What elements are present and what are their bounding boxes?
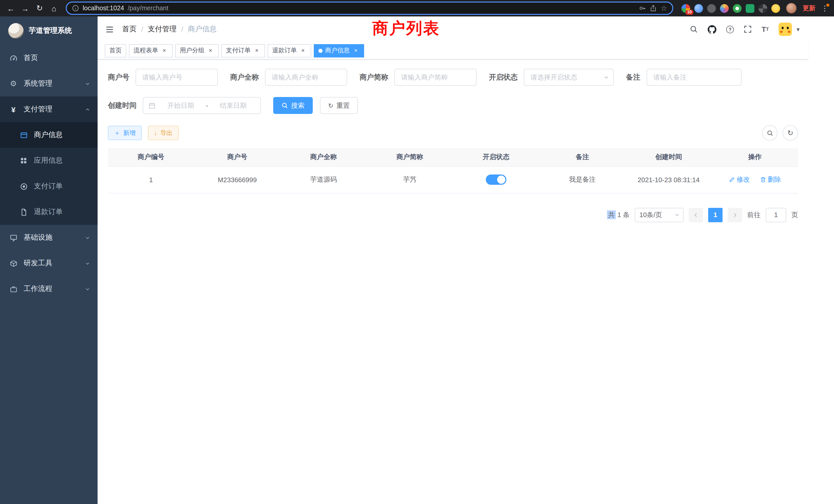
extension-icon[interactable] — [694, 4, 703, 13]
pencil-icon — [729, 177, 735, 183]
tab-close-icon[interactable]: × — [161, 47, 168, 54]
column-header: 备注 — [539, 148, 626, 166]
extension-icon[interactable] — [733, 4, 742, 13]
full-name-input[interactable] — [265, 69, 347, 86]
tab-close-icon[interactable]: × — [300, 47, 307, 54]
date-range-picker[interactable]: 开始日期 - 结束日期 — [143, 97, 261, 114]
fullscreen-icon[interactable] — [744, 25, 752, 33]
main-area: 首页 / 支付管理 / 商户信息 商户列表 ? — [97, 17, 834, 504]
tab-label: 用户分组 — [180, 46, 204, 55]
tab-refund-order[interactable]: 退款订单 × — [267, 44, 311, 57]
short-name-input[interactable] — [394, 69, 477, 86]
extension-icon[interactable] — [746, 4, 754, 13]
prev-page-button[interactable] — [689, 208, 703, 222]
breadcrumb-item[interactable]: 首页 — [122, 25, 137, 34]
reset-button[interactable]: ↻ 重置 — [320, 97, 358, 114]
info-icon[interactable] — [72, 5, 79, 12]
home-icon[interactable]: ⌂ — [47, 2, 61, 15]
refresh-table-button[interactable]: ↻ — [783, 125, 798, 141]
sidebar-item-app-info[interactable]: 应用信息 — [0, 148, 97, 174]
reload-icon[interactable]: ↻ — [33, 2, 46, 15]
hamburger-icon[interactable] — [105, 25, 114, 33]
sidebar-item-infrastructure[interactable]: 基础设施 — [0, 225, 97, 250]
edit-link[interactable]: 修改 — [729, 175, 750, 184]
extension-icon[interactable] — [771, 4, 780, 13]
sidebar-item-label: 商户信息 — [34, 130, 63, 140]
pagination-total: 共1 条 — [607, 210, 630, 220]
add-button[interactable]: ＋ 新增 — [108, 126, 142, 140]
tab-label: 支付订单 — [226, 46, 250, 55]
reset-button-label: 重置 — [336, 101, 350, 110]
export-button[interactable]: ↓ 导出 — [148, 126, 179, 140]
browser-update-button[interactable]: 更新 — [799, 4, 818, 13]
sidebar-item-system[interactable]: ⚙ 系统管理 — [0, 71, 97, 96]
search-icon — [281, 102, 288, 109]
filter-label: 开启状态 — [489, 73, 518, 82]
forward-icon[interactable]: → — [19, 2, 32, 15]
sidebar-item-payment-order[interactable]: 支付订单 — [0, 174, 97, 199]
next-page-button[interactable] — [728, 208, 742, 222]
password-key-icon[interactable] — [639, 5, 646, 12]
navbar-actions: ? TT ▼ — [690, 23, 800, 36]
card-icon — [19, 131, 29, 139]
chevron-down-icon — [603, 74, 609, 80]
tab-home[interactable]: 首页 — [105, 44, 126, 57]
chevron-right-icon — [732, 212, 738, 218]
address-bar[interactable]: localhost:1024/pay/merchant ☆ — [66, 2, 673, 15]
browser-toolbar: ← → ↻ ⌂ localhost:1024/pay/merchant ☆ 10… — [0, 0, 834, 17]
navbar: 首页 / 支付管理 / 商户信息 商户列表 ? — [97, 17, 808, 42]
tab-close-icon[interactable]: × — [352, 47, 359, 54]
back-icon[interactable]: ← — [4, 2, 18, 15]
remark-input[interactable] — [646, 69, 742, 86]
tab-merchant-info[interactable]: 商户信息 × — [314, 44, 364, 57]
edit-label: 修改 — [737, 175, 750, 184]
tab-user-group[interactable]: 用户分组 × — [175, 44, 219, 57]
toggle-search-button[interactable] — [762, 125, 777, 141]
sidebar-item-refund-order[interactable]: 退款订单 — [0, 199, 97, 225]
help-icon[interactable]: ? — [726, 25, 734, 33]
refresh-icon: ↻ — [328, 102, 333, 109]
tab-close-icon[interactable]: × — [253, 47, 260, 54]
sidebar-item-payment[interactable]: ¥ 支付管理 — [0, 96, 97, 122]
breadcrumb-item[interactable]: 支付管理 — [148, 25, 177, 34]
github-icon[interactable] — [708, 25, 717, 33]
page-number-button[interactable]: 1 — [708, 208, 723, 222]
tab-payment-order[interactable]: 支付订单 × — [221, 44, 265, 57]
sidebar-item-merchant-info[interactable]: 商户信息 — [0, 122, 97, 148]
content: 商户号 商户全称 商户简称 开启状态 请选择开启状态 — [97, 60, 808, 504]
search-icon[interactable] — [690, 25, 698, 33]
sidebar-item-dev-tools[interactable]: 研发工具 — [0, 250, 97, 276]
dashboard-icon — [8, 54, 19, 62]
share-icon[interactable] — [650, 5, 657, 12]
sidebar-item-workflow[interactable]: 工作流程 — [0, 276, 97, 302]
delete-link[interactable]: 删除 — [760, 175, 781, 184]
status-select[interactable]: 请选择开启状态 — [524, 69, 614, 86]
chevron-down-icon — [85, 81, 90, 87]
extension-icon[interactable]: 10 — [681, 4, 690, 13]
page-size-select[interactable]: 10条/页 — [635, 208, 683, 222]
column-header: 商户编号 — [108, 148, 194, 166]
merchant-table: 商户编号 商户号 商户全称 商户简称 开启状态 备注 创建时间 操作 1 — [108, 148, 798, 193]
user-menu[interactable]: ▼ — [778, 23, 800, 36]
active-dot — [319, 48, 323, 53]
sidebar-item-label: 首页 — [24, 53, 38, 63]
extension-icon[interactable] — [720, 4, 729, 13]
sidebar-logo: 芋道管理系统 — [0, 17, 97, 45]
sidebar-item-home[interactable]: 首页 — [0, 45, 97, 71]
tab-close-icon[interactable]: × — [207, 47, 214, 54]
search-icon — [766, 130, 773, 136]
browser-menu-icon[interactable]: ⋮ — [820, 4, 830, 12]
tab-process-form[interactable]: 流程表单 × — [129, 44, 173, 57]
status-toggle[interactable] — [486, 175, 506, 185]
trash-icon — [760, 177, 766, 183]
font-size-icon[interactable]: TT — [762, 25, 769, 33]
search-button[interactable]: 搜索 — [273, 97, 313, 114]
cell-create-time: 2021-10-23 08:31:14 — [626, 166, 712, 193]
extension-icon[interactable] — [759, 4, 767, 13]
extension-icon[interactable] — [707, 4, 716, 13]
goto-page-input[interactable] — [766, 208, 786, 222]
browser-profile-avatar[interactable] — [786, 3, 796, 13]
bookmark-star-icon[interactable]: ☆ — [661, 5, 667, 12]
chevron-down-icon — [674, 212, 680, 217]
merchant-no-input[interactable] — [136, 69, 218, 86]
